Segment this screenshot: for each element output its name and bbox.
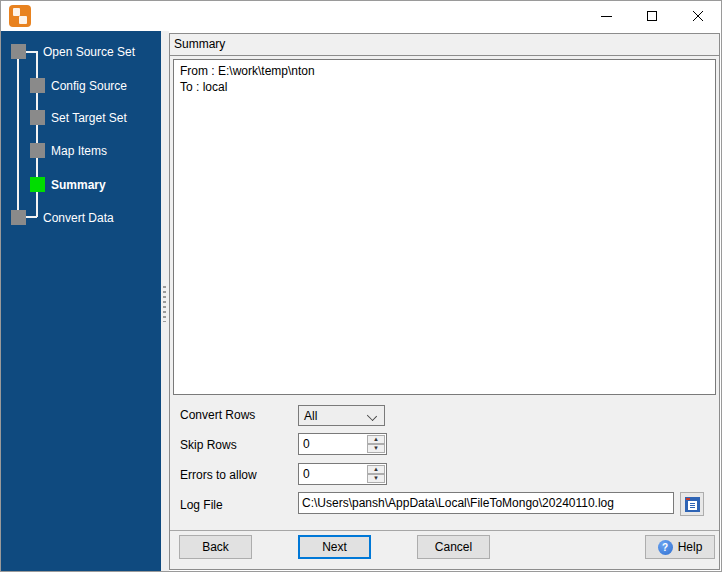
skip-rows-spin-buttons: ▲ ▼ [367,435,385,453]
open-file-icon-accent [686,498,690,500]
window-body: Open Source Set Config Source Set Target… [1,31,721,571]
spin-down-icon[interactable]: ▼ [367,474,385,483]
button-bar-separator [170,530,719,531]
step-convert-data: Convert Data [1,210,161,225]
errors-to-allow-label: Errors to allow [180,468,257,483]
minimize-button[interactable] [583,1,629,31]
step-open-source-set: Open Source Set [1,44,161,59]
step-summary: Summary [1,177,161,192]
step-indicator-square [11,210,26,225]
step-indicator-square [30,78,45,93]
step-label: Convert Data [43,211,114,225]
app-window: Open Source Set Config Source Set Target… [0,0,722,572]
convert-rows-select[interactable]: All [298,405,385,426]
summary-line-to: To : local [180,79,709,95]
cancel-button[interactable]: Cancel [417,535,490,559]
file-glyph-icon [13,8,20,16]
splitter-handle[interactable] [161,31,169,571]
panel-caption: Summary [170,34,719,56]
close-button[interactable] [675,1,721,31]
help-button[interactable]: ? Help [645,535,715,559]
help-button-label: Help [678,540,703,554]
step-indicator-square [30,110,45,125]
open-file-icon [685,497,700,512]
step-map-items: Map Items [1,143,161,158]
skip-rows-label: Skip Rows [180,438,237,453]
step-label: Map Items [51,144,107,158]
step-indicator-square [30,143,45,158]
step-set-target-set: Set Target Set [1,110,161,125]
maximize-button[interactable] [629,1,675,31]
skip-rows-stepper: ▲ ▼ [298,433,387,455]
app-icon [9,5,31,27]
log-file-browse-button[interactable] [680,492,704,516]
minimize-icon [601,16,612,17]
spin-up-icon[interactable]: ▲ [367,435,385,444]
step-label: Open Source Set [43,45,135,59]
log-file-label: Log File [180,498,223,513]
summary-textarea[interactable]: From : E:\work\temp\nton To : local [173,59,716,395]
step-indicator-square [11,44,26,59]
step-label: Summary [51,178,106,192]
skip-rows-input[interactable] [299,434,369,454]
log-file-input[interactable] [298,492,674,514]
mongo-glyph-icon [19,16,27,24]
step-label: Config Source [51,79,127,93]
convert-rows-label: Convert Rows [180,408,255,423]
chevron-down-icon [367,411,377,421]
spin-down-icon[interactable]: ▼ [367,444,385,453]
wizard-sidebar: Open Source Set Config Source Set Target… [1,31,161,571]
summary-line-from: From : E:\work\temp\nton [180,63,709,79]
help-question-icon: ? [658,540,673,555]
errors-spin-buttons: ▲ ▼ [367,465,385,483]
step-indicator-square-active [30,177,45,192]
back-button[interactable]: Back [179,535,252,559]
spin-up-icon[interactable]: ▲ [367,465,385,474]
close-icon [692,10,704,22]
step-config-source: Config Source [1,78,161,93]
open-file-icon-lines [690,503,695,508]
errors-to-allow-input[interactable] [299,464,369,484]
errors-to-allow-stepper: ▲ ▼ [298,463,387,485]
convert-rows-value: All [304,409,317,423]
title-bar[interactable] [1,1,721,31]
step-label: Set Target Set [51,111,127,125]
splitter-grip-icon [163,286,166,322]
next-button[interactable]: Next [298,535,371,559]
maximize-icon [647,11,657,21]
summary-panel: Summary From : E:\work\temp\nton To : lo… [169,33,720,570]
tree-connector-middle [36,51,38,217]
